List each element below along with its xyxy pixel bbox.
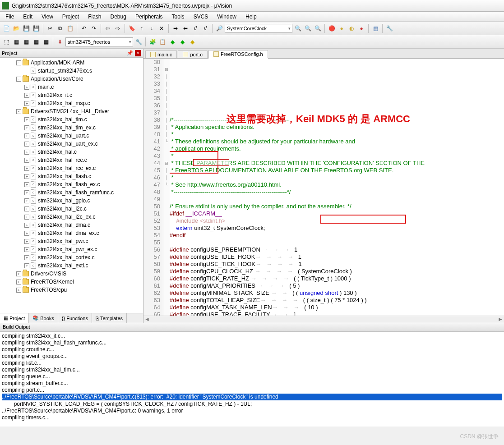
- fold-marker[interactable]: [163, 246, 170, 253]
- batch-build-icon[interactable]: ▦: [32, 37, 41, 46]
- save-button[interactable]: 💾: [22, 24, 31, 33]
- bookmark-clear-icon[interactable]: ✕: [157, 24, 166, 33]
- fold-marker[interactable]: [163, 297, 170, 304]
- fold-marker[interactable]: [163, 253, 170, 261]
- tree-item[interactable]: +stm32l4xx_hal_cortex.c: [0, 253, 143, 261]
- panel-close-button[interactable]: ×: [135, 50, 141, 56]
- tree-item[interactable]: +FreeRTOS/cpu: [0, 286, 143, 294]
- outdent-button[interactable]: ⬅: [181, 24, 190, 33]
- incremental-find-icon[interactable]: 🔍: [313, 24, 322, 33]
- fold-marker[interactable]: [163, 203, 170, 210]
- code-line[interactable]: *---------------------------------------…: [170, 188, 504, 196]
- find-combo[interactable]: SystemCoreClock: [225, 24, 292, 33]
- menu-peripherals[interactable]: Peripherals: [131, 12, 167, 21]
- tree-expander[interactable]: +: [24, 182, 29, 187]
- fold-marker[interactable]: [163, 282, 170, 289]
- tree-expander[interactable]: +: [24, 125, 29, 130]
- code-line[interactable]: #define configTOTAL_HEAP_SIZE→ → → → ( (…: [170, 297, 504, 304]
- tree-item[interactable]: -Application/MDK-ARM: [0, 59, 143, 67]
- fold-marker[interactable]: [163, 210, 170, 217]
- debug-icon[interactable]: 🔴: [327, 24, 336, 33]
- tree-item[interactable]: +stm32l4xx_hal_dma.c: [0, 221, 143, 229]
- tree-expander[interactable]: +: [24, 85, 29, 90]
- code-line[interactable]: #define configUSE_TRACE_FACILITY → → 1: [170, 311, 504, 316]
- tree-expander[interactable]: +: [24, 133, 29, 138]
- code-text[interactable]: 这里需要改掉，Keil MDK5 的 是 ARMCC /*-----------…: [170, 59, 504, 316]
- tree-item[interactable]: +stm32l4xx_hal_uart_ex.c: [0, 140, 143, 148]
- find-in-files-icon[interactable]: 🔎: [215, 24, 224, 33]
- code-line[interactable]: *: [170, 131, 504, 138]
- stop-build-icon[interactable]: ▦: [42, 37, 51, 46]
- fold-marker[interactable]: └: [163, 138, 170, 145]
- pack-installer-icon[interactable]: ◆: [188, 37, 197, 46]
- fold-marker[interactable]: [163, 145, 170, 152]
- code-area[interactable]: 3031323334353637383940414243444546474849…: [143, 59, 504, 316]
- menu-edit[interactable]: Edit: [18, 12, 37, 21]
- fold-marker[interactable]: [163, 217, 170, 225]
- tree-item[interactable]: +Drivers/CMSIS: [0, 270, 143, 278]
- code-line[interactable]: #define configMAX_TASK_NAME_LEN→ → → ( 1…: [170, 304, 504, 311]
- tree-item[interactable]: +stm32l4xx_hal_i2c.c: [0, 205, 143, 213]
- fold-marker[interactable]: │: [163, 167, 170, 174]
- code-line[interactable]: #endif: [170, 232, 504, 239]
- configure-icon[interactable]: 🔧: [385, 24, 394, 33]
- fold-marker[interactable]: └: [163, 181, 170, 188]
- fold-marker[interactable]: │: [163, 102, 170, 109]
- menu-view[interactable]: View: [37, 12, 58, 21]
- build-output[interactable]: compiling stm32l4xx_it.c...compiling stm…: [0, 332, 504, 427]
- scroll-right-icon[interactable]: ►: [497, 316, 504, 323]
- cut-button[interactable]: ✂: [46, 24, 55, 33]
- kill-bp-icon[interactable]: ●: [357, 24, 366, 33]
- fold-marker[interactable]: [163, 239, 170, 246]
- open-file-button[interactable]: 📂: [12, 24, 21, 33]
- find-button[interactable]: 🔍: [293, 24, 302, 33]
- fold-marker[interactable]: │: [163, 95, 170, 102]
- tree-item[interactable]: +stm32l4xx_it.c: [0, 91, 143, 99]
- tree-expander[interactable]: +: [24, 190, 29, 195]
- tree-expander[interactable]: +: [24, 158, 29, 163]
- tree-expander[interactable]: +: [24, 198, 29, 203]
- tree-expander[interactable]: +: [24, 247, 29, 252]
- fold-marker[interactable]: [163, 275, 170, 282]
- tree-item[interactable]: +stm32l4xx_hal_exti.c: [0, 261, 143, 270]
- tree-item[interactable]: +stm32l4xx_hal_tim_ex.c: [0, 124, 143, 132]
- tree-item[interactable]: +stm32l4xx_hal_pwr_ex.c: [0, 245, 143, 253]
- tree-item[interactable]: +stm32l4xx_hal_pwr.c: [0, 237, 143, 245]
- panel-tab-project[interactable]: ▦Project: [0, 313, 29, 323]
- fold-marker[interactable]: │: [163, 73, 170, 80]
- new-file-button[interactable]: 📄: [2, 24, 11, 33]
- code-line[interactable]: extern uint32_t SystemCoreClock;: [170, 225, 504, 232]
- tree-expander[interactable]: +: [24, 174, 29, 179]
- code-line[interactable]: *: [170, 152, 504, 160]
- fold-marker[interactable]: │: [163, 109, 170, 116]
- tree-expander[interactable]: +: [24, 263, 29, 268]
- manage-project-icon[interactable]: 🧩: [148, 37, 157, 46]
- menu-window[interactable]: Window: [213, 12, 241, 21]
- indent-button[interactable]: ➡: [171, 24, 180, 33]
- paste-button[interactable]: 📋: [65, 24, 74, 33]
- file-tab[interactable]: main.c: [145, 50, 177, 58]
- fold-marker[interactable]: │: [163, 80, 170, 87]
- tree-expander[interactable]: -: [16, 60, 21, 65]
- tree-expander[interactable]: +: [24, 166, 29, 171]
- bookmark-icon[interactable]: 🔖: [127, 24, 136, 33]
- nav-fwd-button[interactable]: ⇨: [113, 24, 122, 33]
- menu-flash[interactable]: Flash: [83, 12, 106, 21]
- download-icon[interactable]: ⬇: [55, 37, 65, 46]
- tree-item[interactable]: +stm32l4xx_hal.c: [0, 148, 143, 156]
- tree-expander[interactable]: +: [24, 93, 29, 98]
- fold-marker[interactable]: │: [163, 124, 170, 131]
- nav-back-button[interactable]: ⇦: [103, 24, 112, 33]
- tree-item[interactable]: +stm32l4xx_hal_flash.c: [0, 172, 143, 180]
- code-line[interactable]: #define configMAX_PRIORITIES → → → ( 5 ): [170, 282, 504, 289]
- code-line[interactable]: #define configTICK_RATE_HZ → → → → ( ( T…: [170, 275, 504, 282]
- comment-button[interactable]: //: [191, 24, 200, 33]
- tree-expander[interactable]: -: [16, 77, 21, 82]
- tree-item[interactable]: +stm32l4xx_hal_gpio.c: [0, 197, 143, 205]
- tree-expander[interactable]: +: [16, 288, 21, 293]
- scroll-left-icon[interactable]: ◄: [143, 316, 151, 323]
- fold-marker[interactable]: [163, 261, 170, 268]
- fold-marker[interactable]: │: [163, 87, 170, 95]
- code-line[interactable]: /* Ensure stdint is only used by the com…: [170, 203, 504, 210]
- tree-item[interactable]: +stm32l4xx_hal_dma_ex.c: [0, 229, 143, 237]
